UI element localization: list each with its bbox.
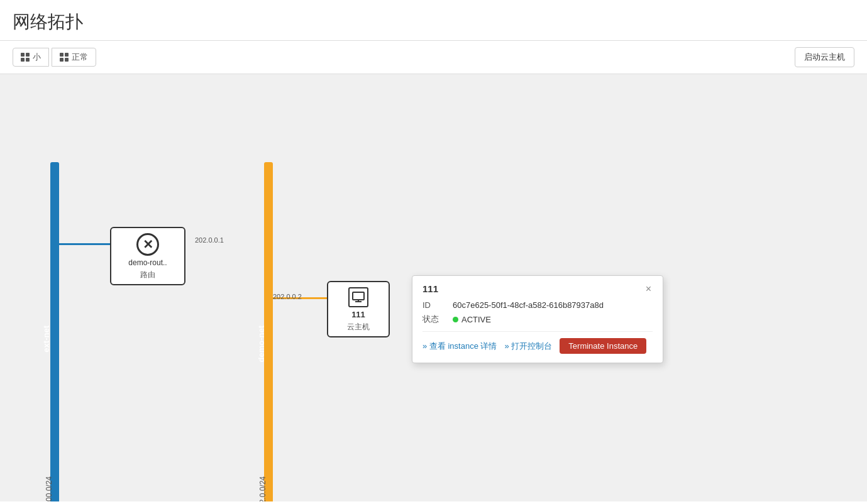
popup-status-row: 状态 ACTIVE: [422, 314, 653, 325]
size-small-label: 小: [33, 52, 41, 63]
svg-rect-0: [353, 292, 364, 300]
grid-small-icon: [21, 53, 30, 62]
toolbar-left: 小 正常: [13, 48, 96, 67]
page-header: 网络拓扑: [0, 0, 867, 41]
instance-popup: 111 × ID 60c7e625-50f1-48cf-a582-616b879…: [412, 275, 663, 363]
view-details-link[interactable]: » 查看 instance 详情: [422, 341, 497, 352]
launch-vm-button[interactable]: 启动云主机: [795, 47, 854, 67]
status-indicator: [453, 317, 458, 322]
ext-net-bar: [50, 162, 59, 501]
router-name: demo-rout..: [115, 258, 180, 267]
demo-net-label: demo-net: [257, 326, 266, 363]
vm-ip-label: 202.0.0.2: [273, 293, 302, 300]
size-small-button[interactable]: 小: [13, 48, 49, 67]
popup-actions: » 查看 instance 详情 » 打开控制台 Terminate Insta…: [422, 338, 653, 354]
demo-net-subnet-label: 202.0.0/24: [258, 476, 267, 501]
popup-status-label: 状态: [422, 314, 448, 325]
router-icon: ✕: [136, 233, 159, 256]
terminate-instance-button[interactable]: Terminate Instance: [560, 338, 646, 354]
vm-sublabel: 云主机: [332, 322, 385, 332]
popup-status-value: ACTIVE: [461, 315, 491, 324]
page-title: 网络拓扑: [13, 10, 854, 34]
popup-id-label: ID: [422, 300, 448, 310]
router-sublabel: 路由: [115, 270, 180, 280]
vm-node[interactable]: 111 云主机: [327, 281, 390, 337]
open-console-link[interactable]: » 打开控制台: [505, 341, 553, 352]
vm-icon: [348, 287, 368, 307]
topology-canvas: ext-net 192.168.100.0/24 demo-net 202.0.…: [0, 74, 867, 501]
ext-net-subnet-label: 192.168.100.0/24: [45, 476, 53, 501]
toolbar: 小 正常 启动云主机: [0, 41, 867, 74]
vm-name: 111: [332, 310, 385, 319]
router-ip-label: 202.0.0.1: [195, 236, 224, 244]
popup-close-button[interactable]: ×: [644, 284, 653, 294]
grid-normal-icon: [60, 53, 69, 62]
popup-title: 111: [422, 283, 438, 294]
ext-net-label: ext-net: [41, 326, 51, 353]
popup-id-row: ID 60c7e625-50f1-48cf-a582-616b87937a8d: [422, 300, 653, 310]
popup-header: 111 ×: [422, 283, 653, 294]
size-normal-label: 正常: [72, 52, 88, 63]
router-node[interactable]: ✕ demo-rout.. 路由: [110, 227, 185, 285]
size-normal-button[interactable]: 正常: [52, 48, 96, 67]
popup-id-value: 60c7e625-50f1-48cf-a582-616b87937a8d: [453, 300, 604, 310]
popup-divider: [422, 331, 653, 332]
